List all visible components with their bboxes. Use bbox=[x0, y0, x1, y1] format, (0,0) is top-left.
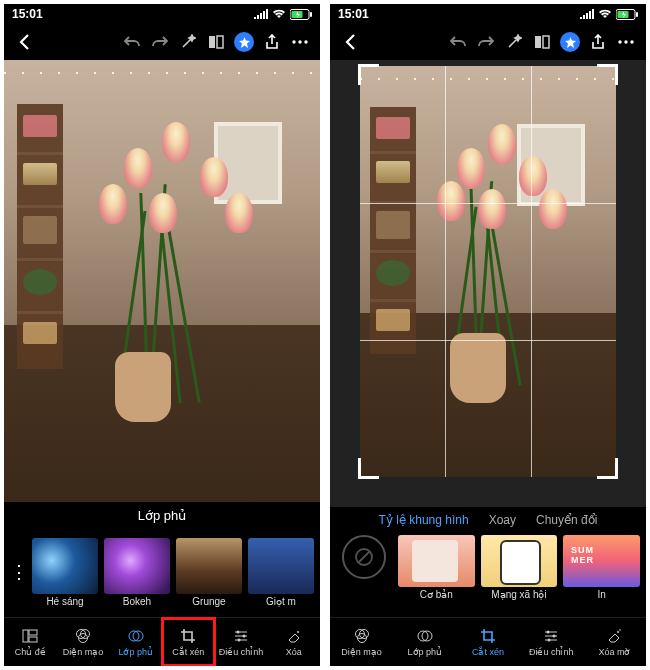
crop-canvas[interactable] bbox=[330, 60, 646, 507]
thumb-label: Hé sáng bbox=[46, 596, 83, 607]
thumb-image bbox=[398, 535, 475, 587]
svg-rect-3 bbox=[209, 36, 215, 48]
nav-label: Điều chỉnh bbox=[529, 647, 574, 657]
svg-rect-4 bbox=[217, 36, 223, 48]
overlay-thumb[interactable]: Grunge bbox=[176, 538, 242, 607]
sub-tab-transform[interactable]: Chuyển đổi bbox=[536, 513, 597, 527]
status-time: 15:01 bbox=[12, 7, 43, 21]
overlay-icon bbox=[416, 627, 434, 645]
nav-label: Cắt xén bbox=[172, 647, 204, 657]
nav-label: Điều chỉnh bbox=[219, 647, 264, 657]
thumb-image bbox=[481, 535, 558, 587]
nav-overlay[interactable]: Lớp phủ bbox=[109, 618, 162, 666]
svg-rect-23 bbox=[535, 36, 541, 48]
overlay-thumb[interactable]: Bokeh bbox=[104, 538, 170, 607]
redo-icon[interactable] bbox=[146, 28, 174, 56]
nav-erase[interactable]: Xóa bbox=[267, 618, 320, 666]
aspect-thumb[interactable]: Cơ bản bbox=[398, 535, 475, 600]
nav-looks[interactable]: Diện mạo bbox=[330, 618, 393, 666]
more-icon[interactable] bbox=[286, 28, 314, 56]
signal-icon bbox=[254, 9, 268, 19]
erase-icon bbox=[285, 627, 303, 645]
section-title: Lớp phủ bbox=[4, 502, 320, 527]
svg-point-38 bbox=[617, 631, 619, 633]
aspect-thumb[interactable]: In bbox=[563, 535, 640, 600]
signal-icon bbox=[580, 9, 594, 19]
nav-adjust[interactable]: Điều chỉnh bbox=[520, 618, 583, 666]
more-icon[interactable] bbox=[612, 28, 640, 56]
blur-icon bbox=[605, 627, 623, 645]
sub-tab-rotate[interactable]: Xoay bbox=[489, 513, 516, 527]
aspect-thumb[interactable]: Mạng xã hội bbox=[481, 535, 558, 600]
thumb-image bbox=[248, 538, 314, 594]
svg-point-39 bbox=[620, 629, 622, 631]
more-options-icon[interactable]: ⋮ bbox=[10, 561, 26, 583]
overlay-thumb[interactable]: Giọt m bbox=[248, 538, 314, 607]
aspect-thumbs: Cơ bản Mạng xã hội In bbox=[330, 533, 646, 617]
thumb-image bbox=[32, 538, 98, 594]
nav-crop[interactable]: Cắt xén bbox=[456, 618, 519, 666]
theme-icon bbox=[21, 627, 39, 645]
looks-icon bbox=[353, 627, 371, 645]
nav-label: Xóa mờ bbox=[598, 647, 630, 657]
compare-icon[interactable] bbox=[202, 28, 230, 56]
photo-canvas[interactable] bbox=[4, 60, 320, 502]
top-toolbar bbox=[330, 24, 646, 60]
thumb-image bbox=[104, 538, 170, 594]
nav-overlay[interactable]: Lớp phủ bbox=[393, 618, 456, 666]
none-icon bbox=[354, 547, 374, 567]
share-icon[interactable] bbox=[258, 28, 286, 56]
svg-point-6 bbox=[298, 40, 301, 43]
overlay-thumbs: ⋮ Hé sáng Bokeh Grunge Giọt m bbox=[4, 527, 320, 617]
bottom-nav: Diện mạo Lớp phủ Cắt xén Điều chỉnh Xóa … bbox=[330, 617, 646, 666]
undo-icon[interactable] bbox=[118, 28, 146, 56]
thumb-label: Bokeh bbox=[123, 596, 151, 607]
thumb-label: Mạng xã hội bbox=[491, 589, 546, 600]
share-icon[interactable] bbox=[584, 28, 612, 56]
magic-wand-icon[interactable] bbox=[500, 28, 528, 56]
nav-crop[interactable]: Cắt xén bbox=[162, 618, 215, 666]
nav-looks[interactable]: Diện mạo bbox=[57, 618, 110, 666]
crop-icon bbox=[179, 627, 197, 645]
back-icon[interactable] bbox=[336, 28, 364, 56]
nav-label: Xóa bbox=[286, 647, 302, 657]
svg-rect-9 bbox=[29, 630, 37, 635]
svg-point-36 bbox=[553, 635, 556, 638]
nav-label: Lớp phủ bbox=[408, 647, 443, 657]
top-toolbar bbox=[4, 24, 320, 60]
overlay-thumb[interactable]: Hé sáng bbox=[32, 538, 98, 607]
compare-icon[interactable] bbox=[528, 28, 556, 56]
svg-point-18 bbox=[238, 639, 241, 642]
sub-tab-aspect[interactable]: Tỷ lệ khung hình bbox=[379, 513, 469, 527]
looks-icon bbox=[74, 627, 92, 645]
magic-wand-icon[interactable] bbox=[174, 28, 202, 56]
svg-point-35 bbox=[547, 631, 550, 634]
nav-label: Chủ đề bbox=[15, 647, 46, 657]
adjust-icon bbox=[232, 627, 250, 645]
adjust-icon bbox=[542, 627, 560, 645]
nav-label: Lớp phủ bbox=[118, 647, 153, 657]
nav-blur[interactable]: Xóa mờ bbox=[583, 618, 646, 666]
svg-rect-24 bbox=[543, 36, 549, 48]
nav-adjust[interactable]: Điều chỉnh bbox=[215, 618, 268, 666]
nav-label: Cắt xén bbox=[472, 647, 504, 657]
thumb-label: Cơ bản bbox=[420, 589, 453, 600]
svg-point-17 bbox=[243, 635, 246, 638]
svg-point-26 bbox=[624, 40, 627, 43]
photo bbox=[360, 66, 616, 477]
status-bar: 15:01 bbox=[330, 4, 646, 24]
crop-icon bbox=[479, 627, 497, 645]
star-badge-icon[interactable] bbox=[230, 28, 258, 56]
svg-point-25 bbox=[618, 40, 621, 43]
thumb-label: In bbox=[598, 589, 606, 600]
svg-rect-8 bbox=[23, 630, 28, 642]
aspect-none[interactable] bbox=[342, 535, 386, 579]
star-badge-icon[interactable] bbox=[556, 28, 584, 56]
redo-icon[interactable] bbox=[472, 28, 500, 56]
thumb-image bbox=[176, 538, 242, 594]
photo bbox=[4, 60, 320, 502]
back-icon[interactable] bbox=[10, 28, 38, 56]
undo-icon[interactable] bbox=[444, 28, 472, 56]
thumb-label: Giọt m bbox=[266, 596, 296, 607]
nav-theme[interactable]: Chủ đề bbox=[4, 618, 57, 666]
